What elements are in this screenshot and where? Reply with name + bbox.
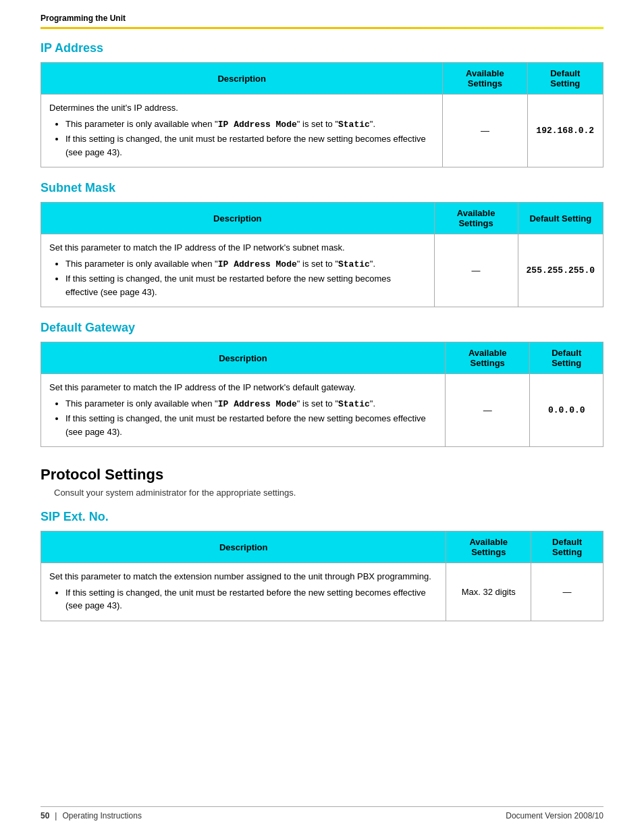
- default-gateway-bullets: This parameter is only available when "I…: [65, 397, 437, 439]
- top-header-row: Programming the Unit: [41, 14, 603, 29]
- subnet-mask-col-desc: Description: [41, 203, 435, 234]
- sip-ext-no-col-avail: Available Settings: [446, 531, 531, 563]
- subnet-mask-avail-cell: —: [434, 234, 518, 307]
- default-gateway-bullet-2: If this setting is changed, the unit mus…: [65, 412, 437, 438]
- ip-address-desc-intro: Determines the unit's IP address.: [49, 103, 178, 113]
- subnet-mask-default-value: 255.255.255.0: [527, 265, 595, 276]
- header-divider: [41, 27, 603, 29]
- ip-address-bullet-2: If this setting is changed, the unit mus…: [65, 132, 434, 159]
- subnet-mask-col-default: Default Setting: [518, 203, 603, 234]
- protocol-settings-subtitle: Consult your system administrator for th…: [54, 488, 603, 498]
- sip-ext-no-avail-cell: Max. 32 digits: [446, 563, 531, 621]
- footer-doc-label: Operating Instructions: [62, 811, 141, 820]
- default-gateway-table: Description Available Settings Default S…: [41, 342, 603, 447]
- footer-doc-version: Document Version 2008/10: [506, 811, 603, 820]
- ip-address-col-desc: Description: [41, 63, 443, 95]
- ip-address-desc-cell: Determines the unit's IP address. This p…: [41, 95, 443, 167]
- header-section-label: Programming the Unit: [41, 14, 603, 23]
- subnet-mask-desc-intro: Set this parameter to match the IP addre…: [49, 242, 345, 253]
- subnet-mask-bullets: This parameter is only available when "I…: [65, 257, 426, 299]
- ip-address-title: IP Address: [41, 41, 603, 55]
- default-gateway-col-avail: Available Settings: [445, 342, 530, 374]
- sip-ext-no-desc-intro: Set this parameter to match the extensio…: [49, 571, 431, 581]
- ip-address-bullets: This parameter is only available when "I…: [65, 118, 434, 159]
- subnet-mask-title: Subnet Mask: [41, 181, 603, 195]
- subnet-mask-bullet-1: This parameter is only available when "I…: [65, 257, 426, 271]
- subnet-mask-table: Description Available Settings Default S…: [41, 202, 603, 307]
- sip-ext-no-col-desc: Description: [41, 531, 446, 563]
- sip-ext-no-bullets: If this setting is changed, the unit mus…: [65, 586, 437, 613]
- subnet-mask-bullet-2: If this setting is changed, the unit mus…: [65, 272, 426, 298]
- sip-ext-no-bullet-1: If this setting is changed, the unit mus…: [65, 586, 437, 613]
- ip-address-col-default: Default Setting: [527, 63, 603, 95]
- footer-separator: |: [55, 811, 57, 820]
- ip-address-avail-cell: —: [443, 95, 527, 167]
- ip-address-bullet-1: This parameter is only available when "I…: [65, 118, 434, 132]
- sip-ext-no-desc-cell: Set this parameter to match the extensio…: [41, 563, 446, 621]
- sip-ext-no-col-default: Default Setting: [531, 531, 603, 563]
- page-container: Programming the Unit IP Address Descript…: [0, 0, 644, 834]
- ip-address-col-avail: Available Settings: [443, 63, 527, 95]
- default-gateway-desc-intro: Set this parameter to match the IP addre…: [49, 382, 356, 392]
- default-gateway-default-cell: 0.0.0.0: [530, 374, 603, 447]
- subnet-mask-desc-cell: Set this parameter to match the IP addre…: [41, 234, 435, 307]
- subnet-mask-default-cell: 255.255.255.0: [518, 234, 603, 307]
- footer-page-number: 50: [41, 811, 49, 820]
- default-gateway-title: Default Gateway: [41, 321, 603, 335]
- subnet-mask-col-avail: Available Settings: [434, 203, 518, 234]
- default-gateway-avail-cell: —: [445, 374, 530, 447]
- default-gateway-default-value: 0.0.0.0: [548, 405, 585, 415]
- ip-address-table: Description Available Settings Default S…: [41, 62, 603, 167]
- sip-ext-no-default-cell: —: [531, 563, 603, 621]
- sip-ext-no-title: SIP Ext. No.: [41, 510, 603, 524]
- default-gateway-col-desc: Description: [41, 342, 446, 374]
- default-gateway-desc-cell: Set this parameter to match the IP addre…: [41, 374, 446, 447]
- footer-left: 50 | Operating Instructions: [41, 811, 142, 820]
- default-gateway-bullet-1: This parameter is only available when "I…: [65, 397, 437, 411]
- footer: 50 | Operating Instructions Document Ver…: [41, 806, 603, 820]
- default-gateway-col-default: Default Setting: [530, 342, 603, 374]
- protocol-settings-title: Protocol Settings: [41, 466, 603, 484]
- sip-ext-no-table: Description Available Settings Default S…: [41, 531, 603, 621]
- ip-address-default-value: 192.168.0.2: [536, 126, 594, 136]
- ip-address-default-cell: 192.168.0.2: [527, 95, 603, 167]
